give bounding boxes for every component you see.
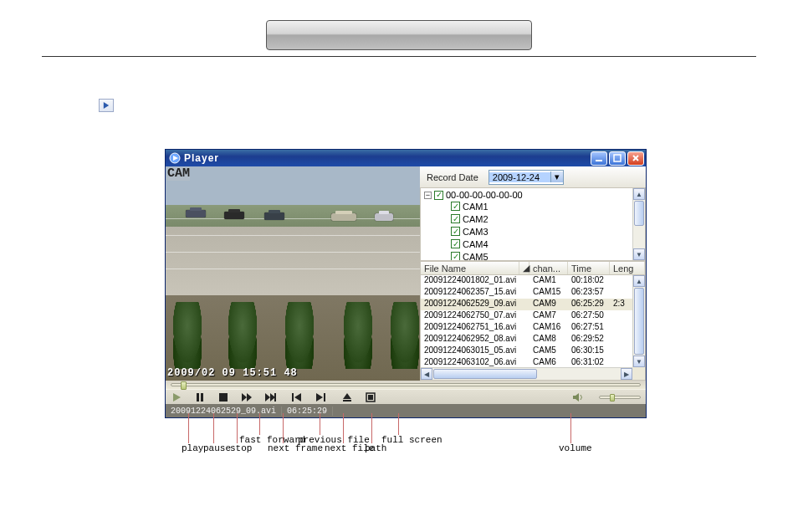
next-file-button[interactable] [315, 392, 326, 402]
chevron-down-icon: ▾ [550, 171, 563, 182]
table-row[interactable]: 20091224062529_09.aviCAM906:25:292:3 [421, 299, 645, 310]
path-button[interactable] [341, 392, 353, 402]
header-button-placeholder[interactable] [266, 20, 532, 50]
camera-name: CAM1 [463, 202, 489, 212]
road-scene [166, 203, 420, 295]
col-filename[interactable]: File Name [421, 262, 519, 274]
record-date-value: 2009-12-24 [489, 172, 550, 182]
checkbox-icon[interactable]: ✓ [451, 202, 460, 211]
document-header [42, 8, 756, 57]
tree-item[interactable]: ✓CAM4 [441, 238, 642, 250]
anno-pause: pause [203, 443, 231, 453]
tree-item[interactable]: ✓CAM2 [441, 212, 642, 225]
cell-channel: CAM1 [529, 275, 568, 287]
play-button[interactable] [171, 392, 182, 402]
checkbox-icon[interactable]: ✓ [434, 191, 443, 200]
cell-channel: CAM7 [529, 310, 568, 322]
record-date-bar: Record Date 2009-12-24 ▾ [420, 166, 646, 188]
camera-name: CAM5 [463, 252, 489, 262]
svg-marker-18 [316, 393, 323, 402]
cell-filename: 20091224062952_08.avi [421, 334, 529, 345]
filelist-vscroll[interactable]: ▲ ▼ [632, 275, 645, 367]
svg-rect-4 [614, 155, 621, 161]
camera-tree[interactable]: − ✓ 00-00-00-00-00-00 ✓CAM1✓CAM2✓CAM3✓CA… [420, 187, 646, 261]
cell-time: 06:29:52 [568, 334, 610, 345]
previous-file-button[interactable] [291, 392, 303, 402]
svg-marker-0 [104, 102, 109, 109]
titlebar[interactable]: Player [166, 150, 646, 166]
scroll-down-icon[interactable]: ▼ [633, 248, 645, 260]
seek-bar[interactable] [166, 381, 646, 389]
scroll-down-icon[interactable]: ▼ [633, 356, 645, 367]
status-bar: 20091224062529_09.avi 06:25:29 [166, 404, 646, 417]
video-pane[interactable]: CAM 2009/02 09 15:51 48 [166, 166, 420, 381]
pause-button[interactable] [194, 392, 206, 402]
svg-rect-9 [201, 393, 203, 402]
svg-rect-23 [368, 395, 373, 400]
svg-rect-15 [274, 393, 276, 402]
anno-full-screen: full screen [381, 435, 442, 445]
checkbox-icon[interactable]: ✓ [451, 239, 460, 248]
volume-slider[interactable] [599, 396, 641, 399]
volume-handle[interactable] [610, 394, 615, 402]
svg-rect-10 [219, 393, 228, 402]
cell-time: 06:27:51 [568, 322, 610, 334]
record-date-select[interactable]: 2009-12-24 ▾ [489, 170, 564, 185]
cell-time: 06:25:29 [568, 299, 610, 310]
file-list-header[interactable]: File Name ◢ chan... Time Leng [421, 262, 645, 275]
next-frame-button[interactable] [264, 392, 276, 402]
foliage [166, 289, 420, 369]
anno-play: play [182, 443, 203, 453]
svg-marker-20 [343, 393, 351, 399]
col-length[interactable]: Leng [610, 262, 645, 274]
fast-forward-button[interactable] [241, 392, 253, 402]
svg-marker-7 [173, 393, 181, 402]
cell-filename: 20091224062529_09.avi [421, 299, 529, 310]
tree-root[interactable]: − ✓ 00-00-00-00-00-00 [424, 190, 642, 200]
camera-name: CAM4 [463, 239, 489, 249]
table-row[interactable]: 20091224001802_01.aviCAM100:18:02 [421, 275, 645, 287]
cell-time: 06:30:15 [568, 345, 610, 357]
tree-item[interactable]: ✓CAM5 [441, 250, 642, 261]
scroll-right-icon[interactable]: ▶ [621, 368, 632, 380]
checkbox-icon[interactable]: ✓ [451, 214, 460, 223]
scroll-left-icon[interactable]: ◀ [421, 368, 432, 380]
stop-button[interactable] [217, 392, 229, 402]
tree-item[interactable]: ✓CAM1 [441, 200, 642, 212]
col-time[interactable]: Time [568, 262, 610, 274]
minimize-button[interactable] [591, 151, 607, 166]
video-timestamp: 2009/02 09 15:51 48 [167, 367, 298, 379]
window-title: Player [184, 152, 219, 164]
checkbox-icon[interactable]: ✓ [451, 227, 460, 236]
tree-scrollbar[interactable]: ▲ ▼ [632, 188, 645, 260]
scroll-up-icon[interactable]: ▲ [633, 188, 645, 200]
table-row[interactable]: 20091224062357_15.aviCAM1506:23:57 [421, 287, 645, 299]
scroll-up-icon[interactable]: ▲ [633, 275, 645, 287]
checkbox-icon[interactable]: ✓ [451, 252, 460, 261]
full-screen-button[interactable] [365, 392, 376, 402]
col-channel[interactable]: chan... [529, 262, 568, 274]
play-icon[interactable] [99, 99, 114, 112]
table-row[interactable]: 20091224062750_07.aviCAM706:27:50 [421, 310, 645, 322]
anno-volume: volume [559, 443, 592, 453]
seek-handle[interactable] [181, 381, 187, 390]
seek-track[interactable] [171, 383, 641, 386]
app-icon [169, 152, 181, 164]
sort-indicator-icon[interactable]: ◢ [519, 262, 529, 274]
svg-marker-12 [247, 393, 252, 402]
table-row[interactable]: 20091224062952_08.aviCAM806:29:52 [421, 334, 645, 345]
maximize-button[interactable] [609, 151, 626, 166]
close-button[interactable] [627, 151, 644, 166]
speaker-icon[interactable] [572, 392, 584, 402]
table-row[interactable]: 20091224062751_16.aviCAM1606:27:51 [421, 322, 645, 334]
scroll-corner [632, 367, 645, 380]
table-row[interactable]: 20091224063015_05.aviCAM506:30:15 [421, 345, 645, 357]
tree-item[interactable]: ✓CAM3 [441, 225, 642, 238]
status-file: 20091224062529_09.avi [171, 407, 282, 416]
filelist-hscroll[interactable]: ◀ ▶ [421, 367, 632, 380]
right-panel: Record Date 2009-12-24 ▾ − ✓ 00-00-00-00… [420, 166, 646, 381]
svg-marker-11 [242, 393, 247, 402]
file-list[interactable]: File Name ◢ chan... Time Leng 2009122400… [420, 261, 646, 381]
collapse-icon[interactable]: − [424, 192, 432, 199]
player-window: Player CAM [165, 149, 647, 418]
